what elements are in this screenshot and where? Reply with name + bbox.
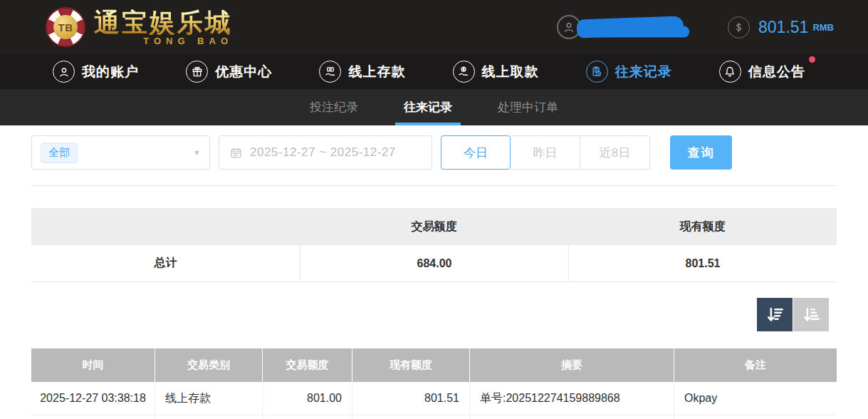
nav-item-my-account[interactable]: 我的账户 <box>53 61 139 83</box>
tab-betting-records[interactable]: 投注纪录 <box>294 89 374 125</box>
user-account[interactable] <box>557 15 684 39</box>
cell-type: 线上存款 <box>155 382 263 415</box>
summary-header-row: 交易额度 现有额度 <box>31 208 837 245</box>
summary-total-label: 总计 <box>31 245 300 281</box>
tab-pending-orders[interactable]: 处理中订单 <box>482 89 574 125</box>
bell-icon <box>719 61 741 83</box>
summary-current-balance: 801.51 <box>568 245 837 281</box>
top-header: TB 通宝娱乐城 TONG BAO 801.51 RMB <box>0 0 868 54</box>
summary-header-transaction-amount: 交易额度 <box>300 208 568 245</box>
cell-amount: 801.00 <box>263 382 352 415</box>
subtab-bar: 投注纪录 往来记录 处理中订单 <box>0 89 868 125</box>
summary-total-row: 总计 684.00 801.51 <box>31 245 837 282</box>
col-header-note: 备注 <box>674 348 837 382</box>
chevron-down-icon: ▼ <box>193 148 201 157</box>
col-header-amount: 交易额度 <box>263 348 352 382</box>
range-button-today[interactable]: 今日 <box>441 135 511 170</box>
cell-balance: 801.51 <box>352 382 470 415</box>
nav-item-withdraw[interactable]: 线上取款 <box>453 61 539 83</box>
summary-transaction-amount: 684.00 <box>300 245 568 281</box>
search-button[interactable]: 查询 <box>670 135 732 170</box>
balance-amount: 801.51 <box>758 18 808 37</box>
col-header-summary: 摘要 <box>470 348 674 382</box>
brand-name-en: TONG BAO <box>94 36 233 46</box>
filter-row: 全部 ▼ 2025-12-27 ~ 2025-12-27 今日 昨日 近8日 查… <box>31 135 837 170</box>
nav-item-transaction-records[interactable]: 往来记录 <box>586 61 672 83</box>
transaction-records-icon <box>586 61 608 83</box>
tab-transaction-records[interactable]: 往来记录 <box>388 89 468 125</box>
gift-icon <box>186 61 208 83</box>
nav-item-deposit[interactable]: 线上存款 <box>319 61 405 83</box>
summary-header-current-balance: 现有额度 <box>568 208 837 245</box>
brand-name-cn: 通宝娱乐城 <box>94 9 233 35</box>
nav-item-announcements[interactable]: 信息公告 <box>719 61 805 83</box>
notification-dot <box>809 56 815 63</box>
category-select[interactable]: 全部 ▼ <box>31 135 210 170</box>
col-header-balance: 现有额度 <box>352 348 470 382</box>
sort-asc-icon[interactable] <box>793 298 829 331</box>
balance[interactable]: 801.51 RMB <box>728 16 834 38</box>
range-button-last8days[interactable]: 近8日 <box>580 135 650 170</box>
date-range-input[interactable]: 2025-12-27 ~ 2025-12-27 <box>219 135 432 170</box>
brand-logo[interactable]: TB 通宝娱乐城 TONG BAO <box>46 7 233 47</box>
dollar-circle-icon <box>728 16 750 38</box>
user-icon <box>53 61 75 83</box>
balance-currency: RMB <box>812 22 834 33</box>
deposit-icon <box>319 61 341 83</box>
calendar-icon <box>229 146 243 160</box>
sort-desc-icon[interactable] <box>757 298 793 331</box>
selected-category-tag: 全部 <box>41 143 78 163</box>
summary-table: 交易额度 现有额度 总计 684.00 801.51 <box>31 208 837 282</box>
nav-item-promotions[interactable]: 优惠中心 <box>186 61 272 83</box>
section-divider <box>31 185 837 186</box>
cell-note: Okpay <box>674 382 837 415</box>
poker-chip-logo-icon: TB <box>46 7 85 47</box>
quick-range-group: 今日 昨日 近8日 <box>441 135 650 170</box>
date-range-value: 2025-12-27 ~ 2025-12-27 <box>250 145 396 160</box>
withdraw-icon <box>453 61 475 83</box>
records-table: 时间 交易类别 交易额度 现有额度 摘要 备注 2025-12-27 03:38… <box>31 348 837 419</box>
cell-summary: 单号:202512274159889868 <box>470 382 674 415</box>
sort-controls <box>31 298 829 331</box>
table-row-partial <box>31 415 837 419</box>
table-row: 2025-12-27 03:38:18 线上存款 801.00 801.51 单… <box>31 382 837 415</box>
col-header-type: 交易类别 <box>155 348 263 382</box>
records-header-row: 时间 交易类别 交易额度 现有额度 摘要 备注 <box>31 348 837 382</box>
cell-time: 2025-12-27 03:38:18 <box>31 382 155 415</box>
chip-label: TB <box>53 15 78 39</box>
col-header-time: 时间 <box>31 348 155 382</box>
main-nav: 我的账户 优惠中心 线上存款 线上取款 往来记录 信息公告 <box>0 54 868 89</box>
redacted-username <box>577 16 684 38</box>
summary-header-empty <box>31 208 300 245</box>
range-button-yesterday[interactable]: 昨日 <box>511 135 580 170</box>
